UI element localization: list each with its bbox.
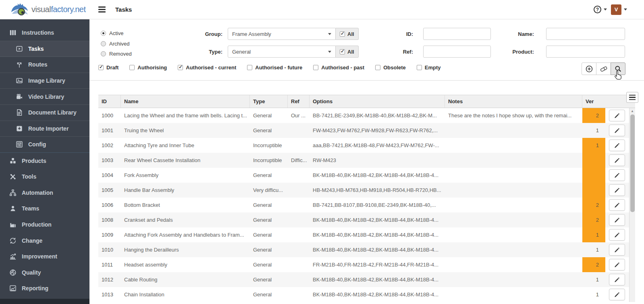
sidebar-item-routes[interactable]: Routes <box>0 57 89 73</box>
task-row[interactable]: 1012Cable RoutingGeneralBK-M18B-40,BK-M1… <box>98 272 635 287</box>
edit-task-button[interactable] <box>609 169 625 181</box>
id-input[interactable] <box>423 28 491 40</box>
task-row[interactable]: 1011Headset assemblyGeneralFR-M21B-40,FR… <box>98 257 635 272</box>
cell-notes <box>445 257 582 272</box>
sidebar-item-tasks[interactable]: Tasks <box>0 41 89 57</box>
sidebar-item-video-library[interactable]: Video Library <box>0 89 89 105</box>
table-scrollbar[interactable]: ▲ <box>629 108 635 302</box>
checkbox-label: Authorised - future <box>255 65 302 71</box>
cell-options: BB-7421,BE-2349,BK-M18B-40,BK-M18B-42,BK… <box>310 108 445 123</box>
sidebar-item-reporting[interactable]: Reporting <box>0 281 89 297</box>
video-library-icon <box>15 93 23 101</box>
search-button[interactable] <box>611 62 625 75</box>
checkbox-authorised-past[interactable]: Authorised - past <box>313 65 364 71</box>
column-menu-button[interactable] <box>626 92 638 103</box>
column-header-name[interactable]: Name <box>121 95 250 108</box>
checkbox-authorising[interactable]: Authorising <box>129 65 167 71</box>
ref-input[interactable] <box>423 46 491 58</box>
edit-task-button[interactable] <box>609 214 625 226</box>
task-row[interactable]: 1013Chain InstallationGeneralBK-M18B-40,… <box>98 287 635 302</box>
sidebar-item-automation[interactable]: Automation <box>0 185 89 201</box>
task-row[interactable]: 1006Bottom BracketGeneralBB-7421,BB-8107… <box>98 198 635 212</box>
cell-actions <box>605 168 629 183</box>
sidebar-item-change[interactable]: Change <box>0 233 89 249</box>
improvement-icon <box>9 252 17 260</box>
task-row[interactable]: 1003Rear Wheel Cassette InstallationInco… <box>98 153 635 168</box>
column-header-ref[interactable]: Ref <box>288 95 310 108</box>
column-header-type[interactable]: Type <box>250 95 288 108</box>
task-row[interactable]: 1001Truing the WheelGeneralFW-M423,FW-M7… <box>98 123 635 138</box>
type-select[interactable]: General <box>228 46 336 58</box>
edit-task-button[interactable] <box>609 244 625 256</box>
sidebar-item-tools[interactable]: Tools <box>0 169 89 185</box>
checkbox-authorised-future[interactable]: Authorised - future <box>247 65 302 71</box>
column-header-id[interactable]: ID <box>98 95 121 108</box>
radio-active[interactable]: Active <box>101 28 132 39</box>
clear-filters-button[interactable] <box>596 62 611 75</box>
cell-type: General <box>250 123 288 138</box>
group-all-checkbox[interactable]: All <box>336 28 359 40</box>
sidebar-item-products[interactable]: Products <box>0 153 89 169</box>
column-header-ver[interactable]: Ver <box>582 95 605 108</box>
task-row[interactable]: 1009Attaching Fork Assembly and Handleba… <box>98 227 635 242</box>
task-row[interactable]: 1002Attaching Tyre and Inner TubeIncorru… <box>98 138 635 153</box>
sidebar-item-teams[interactable]: Teams <box>0 201 89 217</box>
edit-task-button[interactable] <box>609 125 625 136</box>
user-menu[interactable]: V <box>611 4 627 15</box>
task-row[interactable]: 1004Fork AssemblyGeneralBK-M18B-40,BK-M1… <box>98 168 635 183</box>
sidebar-item-route-importer[interactable]: Route Importer <box>0 121 89 137</box>
cell-id: 1005 <box>98 183 121 198</box>
checkbox-draft[interactable]: Draft <box>98 65 118 71</box>
scroll-up-arrow[interactable]: ▲ <box>629 108 635 114</box>
visualfactory-logo[interactable]: visualfactory.net <box>0 3 89 16</box>
route-importer-icon <box>15 125 23 133</box>
sidebar-item-document-library[interactable]: Document Library <box>0 105 89 121</box>
add-task-button[interactable] <box>582 62 596 75</box>
menu-toggle-icon[interactable] <box>98 5 109 14</box>
column-header-notes[interactable]: Notes <box>445 95 582 108</box>
radio-removed[interactable]: Removed <box>101 49 132 59</box>
product-input[interactable] <box>546 46 625 58</box>
edit-task-button[interactable] <box>609 184 625 196</box>
products-icon <box>9 157 17 165</box>
sidebar-item-instructions[interactable]: Instructions <box>0 25 89 41</box>
cell-type: General <box>250 272 288 287</box>
checkbox-empty[interactable]: Empty <box>417 65 441 71</box>
group-select[interactable]: Frame Assembly <box>228 28 336 40</box>
column-header-options[interactable]: Options <box>310 95 445 108</box>
edit-task-button[interactable] <box>609 274 625 285</box>
sidebar-item-improvement[interactable]: Improvement <box>0 248 89 264</box>
sidebar-item-config[interactable]: Config <box>0 137 89 153</box>
edit-task-button[interactable] <box>609 229 625 241</box>
radio-archived[interactable]: Archived <box>101 39 132 49</box>
scrollbar-thumb[interactable] <box>630 115 635 212</box>
sidebar-item-label: Improvement <box>22 253 57 260</box>
ref-label: Ref: <box>377 49 413 55</box>
task-row[interactable]: 1008Crankset and PedalsGeneralBK-M18B-40… <box>98 212 635 227</box>
edit-task-button[interactable] <box>609 140 625 151</box>
type-all-checkbox[interactable]: All <box>336 46 359 58</box>
cell-notes <box>445 168 582 183</box>
cell-ref <box>288 257 310 272</box>
cell-notes: These are the notes I hope show up, with… <box>445 108 582 123</box>
edit-task-button[interactable] <box>609 259 625 271</box>
checkbox-obsolete[interactable]: Obsolete <box>375 65 406 71</box>
sidebar-item-image-library[interactable]: Image Library <box>0 73 89 89</box>
sidebar-item-label: Tools <box>22 173 36 180</box>
sidebar-item-production[interactable]: Production <box>0 217 89 233</box>
task-row[interactable]: 1005Handle Bar AssemblyVery difficu...HB… <box>98 183 635 198</box>
radio-label: Active <box>109 30 123 36</box>
checkbox-icon <box>340 31 345 37</box>
sidebar-item-quality[interactable]: Quality <box>0 264 89 281</box>
edit-task-button[interactable] <box>609 199 625 211</box>
task-row[interactable]: 1000Lacing the Wheel and the frame with … <box>98 108 635 123</box>
help-menu[interactable]: ? <box>594 6 607 13</box>
edit-task-button[interactable] <box>609 289 625 300</box>
logo-text: visualfactory.net <box>31 5 86 14</box>
edit-task-button[interactable] <box>609 154 625 166</box>
sidebar-item-label: Instructions <box>22 29 54 36</box>
task-row[interactable]: 1010Hanging the DerailleursGeneralBK-M18… <box>98 242 635 257</box>
name-input[interactable] <box>546 28 625 40</box>
checkbox-authorised-current[interactable]: Authorised - current <box>178 65 236 71</box>
edit-task-button[interactable] <box>609 110 625 121</box>
